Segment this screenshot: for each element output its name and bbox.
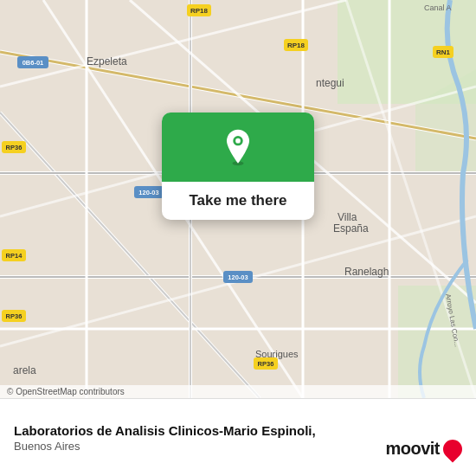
svg-text:120-03: 120-03 [228,273,248,281]
map-container: Canal A Arroyo Las Con... RP18 RP18 RN1 … [0,0,476,398]
svg-text:RP36: RP36 [258,360,274,368]
svg-text:RP14: RP14 [6,252,23,260]
svg-text:RP18: RP18 [287,42,306,49]
svg-text:RP36: RP36 [6,312,23,320]
navigation-card[interactable]: Take me there [162,113,314,220]
svg-text:España: España [333,222,369,235]
copyright-text: © OpenStreetMap contributors [7,387,125,396]
svg-text:arela: arela [13,364,36,376]
svg-rect-2 [398,286,476,398]
location-pin-icon [219,128,257,166]
svg-text:Ranelagh: Ranelagh [344,266,389,278]
svg-text:Canal A: Canal A [424,3,452,12]
place-city: Buenos Aires [14,440,316,453]
moovit-dot-icon [439,435,466,462]
svg-text:0B6-01: 0B6-01 [23,59,44,67]
svg-text:Sourigues: Sourigues [255,349,299,359]
copyright-bar: © OpenStreetMap contributors [0,385,476,398]
place-name: Laboratorios de Analisis Clinicos-Mario … [14,423,316,438]
svg-text:Villa: Villa [338,211,357,223]
bottom-bar: Laboratorios de Analisis Clinicos-Mario … [0,398,476,476]
svg-text:Ezpeleta: Ezpeleta [87,55,127,68]
svg-text:RN1: RN1 [436,48,451,56]
svg-text:ntegui: ntegui [316,77,344,89]
moovit-logo: moovit [385,439,462,459]
svg-text:RP18: RP18 [190,7,209,15]
card-icon-area [162,113,314,182]
take-me-there-button[interactable]: Take me there [175,182,300,220]
moovit-brand-text: moovit [385,439,440,459]
svg-text:120-03: 120-03 [138,189,158,196]
svg-point-55 [235,138,241,144]
svg-text:RP36: RP36 [6,144,23,151]
